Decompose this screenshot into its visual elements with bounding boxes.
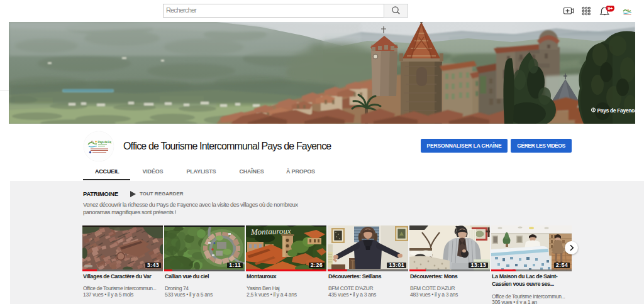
svg-text:Pays de Fayence: Pays de Fayence bbox=[98, 141, 112, 144]
svg-text:Pays de Fayence: Pays de Fayence bbox=[597, 107, 636, 114]
svg-text:9+: 9+ bbox=[608, 6, 613, 11]
